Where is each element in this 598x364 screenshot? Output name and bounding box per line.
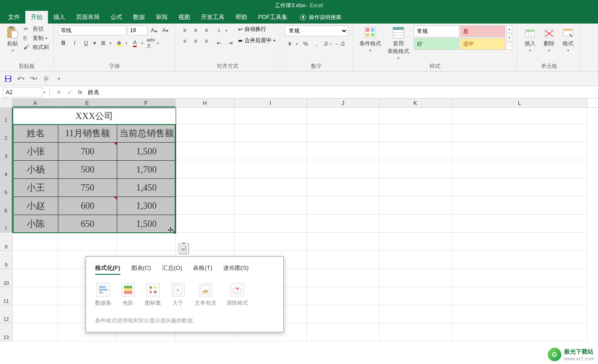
qa-opt-colorscale[interactable]: 色阶 xyxy=(121,283,135,307)
row-header-7[interactable]: 7 xyxy=(0,215,13,233)
font-color-button[interactable]: A▾ xyxy=(130,38,144,48)
tab-home[interactable]: 开始 xyxy=(25,11,48,24)
qa-tab-table[interactable]: 表格(T) xyxy=(193,264,212,275)
merge-center-button[interactable]: ⬌合并后居中▾ xyxy=(238,37,275,44)
row-header-1[interactable]: 1 xyxy=(0,108,13,124)
cell-style-normal[interactable]: 常规 xyxy=(414,25,459,37)
percent-button[interactable]: % xyxy=(301,39,311,49)
row-header-5[interactable]: 5 xyxy=(0,178,13,196)
align-top-button[interactable]: ≡ xyxy=(180,25,190,35)
qa-opt-clear[interactable]: 清除格式 xyxy=(226,283,248,307)
cell-style-good[interactable]: 好 xyxy=(414,38,459,50)
undo-button[interactable]: ↶▾ xyxy=(16,74,25,83)
qa-tab-chart[interactable]: 图表(C) xyxy=(131,264,151,275)
header-nov[interactable]: 11月销售额 xyxy=(58,125,117,143)
font-name-select[interactable] xyxy=(58,25,126,35)
delete-cells-button[interactable]: 删除▾ xyxy=(541,25,557,53)
tab-view[interactable]: 视图 xyxy=(173,11,196,24)
qa-tab-format[interactable]: 格式化(F) xyxy=(95,264,120,275)
redo-button[interactable]: ↷▾ xyxy=(29,74,38,83)
wrap-text-button[interactable]: ↩自动换行 xyxy=(238,25,275,33)
decrease-indent-button[interactable]: ⇤ xyxy=(214,38,224,48)
accounting-format-button[interactable]: ¥▾ xyxy=(285,39,299,49)
insert-cells-button[interactable]: 插入▾ xyxy=(522,25,538,53)
cell-styles-more[interactable]: ▴▾⋯ xyxy=(506,25,512,50)
confirm-formula-button[interactable]: ✓ xyxy=(64,87,75,97)
cancel-formula-button[interactable]: ✕ xyxy=(53,87,64,97)
tab-developer[interactable]: 开发工具 xyxy=(196,11,230,24)
format-as-table-button[interactable]: 套用 表格格式▾ xyxy=(386,25,411,61)
tab-data[interactable]: 数据 xyxy=(128,11,150,24)
number-format-select[interactable]: 常规 xyxy=(285,25,348,36)
col-header-A[interactable]: A xyxy=(13,99,58,107)
cell-style-bad[interactable]: 差 xyxy=(460,25,505,37)
row-header-12[interactable]: 12 xyxy=(0,305,13,323)
col-header-E[interactable]: E xyxy=(58,99,117,107)
formula-input[interactable] xyxy=(85,88,598,96)
touch-mode-button[interactable]: ⎘ xyxy=(42,74,51,83)
comma-button[interactable]: , xyxy=(312,39,322,49)
italic-button[interactable]: I xyxy=(70,38,80,48)
copy-button[interactable]: ⎘复制▾ xyxy=(24,34,49,42)
tab-insert[interactable]: 插入 xyxy=(48,11,71,24)
underline-button[interactable]: U xyxy=(81,38,91,48)
tab-file[interactable]: 文件 xyxy=(3,11,25,24)
conditional-format-button[interactable]: 条件格式▾ xyxy=(358,25,383,53)
paste-button[interactable]: 粘贴 ▾ xyxy=(5,25,21,53)
align-left-button[interactable]: ≡ xyxy=(180,36,190,46)
align-right-button[interactable]: ≡ xyxy=(201,36,211,46)
font-size-select[interactable] xyxy=(128,25,148,35)
tab-help[interactable]: 帮助 xyxy=(230,11,253,24)
decrease-decimal-button[interactable]: ←.0 xyxy=(335,39,344,49)
quick-analysis-tag[interactable] xyxy=(179,244,189,254)
col-header-I[interactable]: I xyxy=(234,99,307,107)
bold-button[interactable]: B xyxy=(58,38,68,48)
align-center-button[interactable]: ≡ xyxy=(191,36,201,46)
select-all-corner[interactable] xyxy=(0,99,13,107)
qa-opt-iconset[interactable]: 图标集 xyxy=(145,283,161,307)
header-total[interactable]: 当前总销售额 xyxy=(117,125,176,143)
spreadsheet-grid[interactable]: A E F H I J K L 1 2 3 4 5 6 7 8 9 10 11 … xyxy=(0,99,598,364)
col-header-L[interactable]: L xyxy=(452,99,588,107)
col-header-F[interactable]: F xyxy=(117,99,176,107)
qa-tab-summary[interactable]: 汇总(O) xyxy=(162,264,182,275)
fx-icon[interactable]: fx xyxy=(78,89,82,96)
increase-decimal-button[interactable]: .0→ xyxy=(323,39,333,49)
row-header-6[interactable]: 6 xyxy=(0,196,13,215)
row-header-4[interactable]: 4 xyxy=(0,160,13,178)
increase-indent-button[interactable]: ⇥ xyxy=(225,38,235,48)
cell-style-neutral[interactable]: 适中 xyxy=(460,38,505,50)
row-header-3[interactable]: 3 xyxy=(0,142,13,160)
qa-opt-textcontains[interactable]: ab文本包含 xyxy=(195,283,216,307)
tell-me-search[interactable]: 操作说明搜索 xyxy=(300,14,341,24)
col-header-H[interactable]: H xyxy=(176,99,234,107)
format-painter-button[interactable]: 🖌格式刷 xyxy=(24,43,49,51)
row-header-8[interactable]: 8 xyxy=(0,233,13,251)
tab-page-layout[interactable]: 页面布局 xyxy=(71,11,105,24)
increase-font-button[interactable]: A▴ xyxy=(149,25,159,35)
align-bottom-button[interactable]: ≡ xyxy=(201,25,211,35)
qa-tab-sparkline[interactable]: 迷你图(S) xyxy=(223,264,249,275)
row-header-2[interactable]: 2 xyxy=(0,124,13,142)
tab-review[interactable]: 审阅 xyxy=(150,11,173,24)
tab-pdf-tools[interactable]: PDF工具集 xyxy=(253,11,293,24)
qa-opt-greater[interactable]: >大于 xyxy=(171,283,185,307)
table-title[interactable]: XXX公司 xyxy=(13,108,176,125)
qa-opt-databar[interactable]: 数据条 xyxy=(95,283,111,307)
cut-button[interactable]: ✂剪切 xyxy=(24,25,49,33)
name-box[interactable] xyxy=(3,87,43,97)
align-middle-button[interactable]: ≡ xyxy=(191,25,201,35)
qat-customize[interactable]: ▾ xyxy=(54,74,63,83)
format-cells-button[interactable]: 格式▾ xyxy=(560,25,576,53)
decrease-font-button[interactable]: A▾ xyxy=(160,25,170,35)
col-header-J[interactable]: J xyxy=(307,99,379,107)
row-header-9[interactable]: 9 xyxy=(0,251,13,269)
orientation-button[interactable]: ⤹▾ xyxy=(214,25,229,35)
tab-formulas[interactable]: 公式 xyxy=(105,11,128,24)
row-header-13[interactable]: 13 xyxy=(0,323,13,341)
border-button[interactable]: ⊞▾ xyxy=(98,38,113,48)
row-header-11[interactable]: 11 xyxy=(0,287,13,305)
phonetic-button[interactable]: wén文▾ xyxy=(146,38,160,48)
header-name[interactable]: 姓名 xyxy=(13,125,58,143)
save-button[interactable] xyxy=(4,74,13,83)
